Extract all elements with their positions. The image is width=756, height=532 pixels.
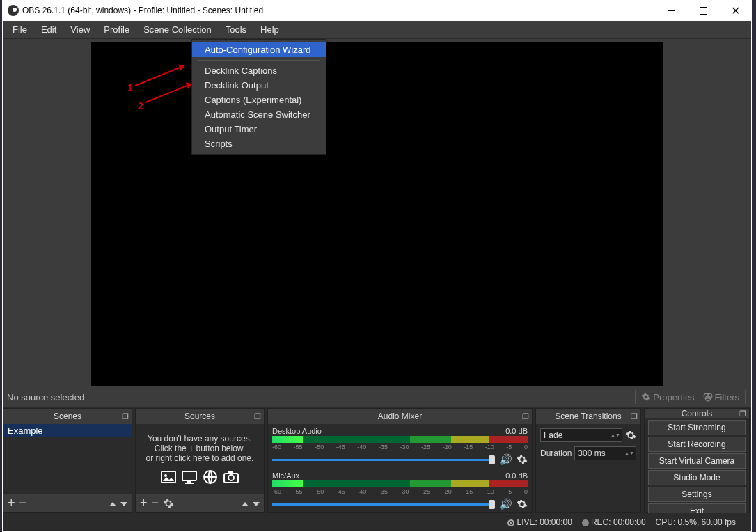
scenes-title: Scenes [54, 412, 81, 421]
remove-source-button[interactable]: − [152, 496, 159, 510]
menu-auto-configuration-wizard[interactable]: Auto-Configuration Wizard [192, 42, 326, 57]
move-scene-down-button[interactable] [120, 500, 127, 507]
mixer-title: Audio Mixer [378, 412, 422, 421]
mixer-channel-desktop: Desktop Audio 0.0 dB -60-55-50-45-40-35-… [268, 425, 532, 470]
source-settings-button[interactable] [163, 498, 174, 509]
meter-ticks: -60-55-50-45-40-35-30-25-20-15-10-50 [272, 444, 528, 451]
transitions-header: Scene Transitions ❐ [536, 409, 640, 424]
move-source-down-button[interactable] [253, 500, 260, 507]
context-bar: No source selected Properties Filters [3, 387, 751, 407]
popout-icon[interactable]: ❐ [254, 412, 261, 421]
menu-automatic-scene-switcher[interactable]: Automatic Scene Switcher [192, 107, 326, 122]
filters-icon [703, 392, 713, 402]
filters-label: Filters [715, 392, 739, 402]
sources-empty-line2: Click the + button below, [146, 444, 254, 453]
no-source-label: No source selected [7, 392, 633, 402]
add-scene-button[interactable]: + [8, 496, 15, 510]
menu-decklink-captions[interactable]: Decklink Captions [192, 63, 326, 78]
filters-button[interactable]: Filters [699, 391, 743, 404]
transitions-panel: Scene Transitions ❐ Fade ▲▼ Duration 300… [535, 408, 641, 513]
popout-icon[interactable]: ❐ [739, 409, 746, 418]
menu-help[interactable]: Help [253, 22, 286, 38]
popout-icon[interactable]: ❐ [522, 412, 529, 421]
svg-rect-11 [228, 471, 233, 474]
scene-item-example[interactable]: Example [3, 424, 132, 437]
menu-scene-collection[interactable]: Scene Collection [136, 22, 219, 38]
mic-aux-label: Mic/Aux [272, 471, 299, 480]
tools-dropdown: Auto-Configuration Wizard Decklink Capti… [191, 39, 326, 155]
separator [745, 390, 746, 404]
gear-icon [641, 392, 651, 402]
annotation-number-1: 1 [127, 82, 133, 93]
svg-rect-7 [185, 483, 194, 484]
popout-icon[interactable]: ❐ [122, 412, 129, 421]
speaker-icon[interactable]: 🔊 [499, 498, 512, 510]
monitor-icon [180, 469, 198, 485]
transition-settings-button[interactable] [625, 430, 636, 441]
desktop-volume-slider[interactable] [272, 459, 495, 461]
mic-volume-slider[interactable] [272, 503, 495, 506]
remove-scene-button[interactable]: − [19, 496, 27, 510]
svg-rect-6 [187, 481, 191, 483]
menu-captions-experimental[interactable]: Captions (Experimental) [192, 93, 326, 107]
properties-button[interactable]: Properties [637, 391, 698, 404]
globe-icon [201, 469, 219, 485]
studio-mode-button[interactable]: Studio Mode [648, 470, 746, 485]
start-recording-button[interactable]: Start Recording [648, 437, 746, 452]
status-bar: LIVE: 00:00:00 REC: 00:00:00 CPU: 0.5%, … [3, 513, 751, 531]
controls-title: Controls [682, 409, 713, 418]
preview-canvas[interactable] [91, 42, 663, 386]
menu-decklink-output[interactable]: Decklink Output [192, 78, 326, 93]
menu-edit[interactable]: Edit [34, 22, 63, 38]
gear-icon[interactable] [517, 499, 528, 510]
annotation-number-2: 2 [138, 100, 143, 111]
duration-spinner[interactable]: 300 ms ▲▼ [574, 446, 636, 460]
sources-empty-area[interactable]: You don't have any sources. Click the + … [136, 424, 264, 494]
sources-empty-line3: or right click here to add one. [146, 453, 254, 463]
meter-ticks: -60-55-50-45-40-35-30-25-20-15-10-50 [272, 488, 528, 495]
menu-file[interactable]: File [6, 22, 34, 38]
separator [635, 390, 636, 404]
preview-area: 1 2 [3, 39, 751, 387]
speaker-icon[interactable]: 🔊 [499, 453, 512, 466]
duration-label: Duration [540, 448, 572, 458]
mic-aux-meter [272, 480, 528, 487]
scenes-panel: Scenes ❐ Example + − [3, 408, 132, 513]
broadcast-icon [507, 519, 514, 526]
start-streaming-button[interactable]: Start Streaming [648, 420, 746, 435]
controls-header: Controls ❐ [645, 409, 749, 418]
close-button[interactable]: ✕ [719, 0, 751, 21]
mic-aux-db: 0.0 dB [505, 471, 528, 480]
add-source-button[interactable]: + [140, 496, 148, 510]
move-source-up-button[interactable] [242, 500, 249, 507]
svg-point-10 [228, 475, 234, 480]
move-scene-up-button[interactable] [109, 500, 116, 507]
menu-bar: File Edit View Profile Scene Collection … [3, 21, 751, 39]
minimize-button[interactable] [655, 0, 687, 21]
menu-view[interactable]: View [63, 22, 97, 38]
transition-select[interactable]: Fade ▲▼ [540, 428, 622, 442]
scenes-header: Scenes ❐ [3, 409, 132, 424]
gear-icon[interactable] [517, 454, 528, 465]
svg-point-4 [164, 474, 167, 477]
obs-app-icon [8, 5, 19, 16]
settings-button[interactable]: Settings [648, 487, 746, 502]
status-rec: REC: 00:00:00 [582, 517, 646, 527]
sources-panel: Sources ❐ You don't have any sources. Cl… [135, 408, 265, 513]
transitions-title: Scene Transitions [555, 412, 621, 421]
start-virtual-camera-button[interactable]: Start Virtual Camera [648, 453, 746, 469]
audio-mixer-panel: Audio Mixer ❐ Desktop Audio 0.0 dB -60-5… [267, 408, 533, 513]
popout-icon[interactable]: ❐ [631, 412, 638, 421]
menu-scripts[interactable]: Scripts [192, 136, 326, 151]
controls-panel: Controls ❐ Start Streaming Start Recordi… [644, 408, 750, 513]
status-live: LIVE: 00:00:00 [507, 517, 572, 527]
maximize-button[interactable] [687, 0, 719, 21]
desktop-audio-label: Desktop Audio [272, 427, 322, 435]
menu-output-timer[interactable]: Output Timer [192, 122, 326, 136]
chevron-updown-icon: ▲▼ [624, 451, 633, 455]
menu-tools[interactable]: Tools [219, 22, 253, 38]
image-icon [159, 469, 178, 485]
separator [198, 60, 320, 61]
titlebar: OBS 26.1.1 (64-bit, windows) - Profile: … [3, 0, 751, 21]
menu-profile[interactable]: Profile [97, 22, 136, 38]
